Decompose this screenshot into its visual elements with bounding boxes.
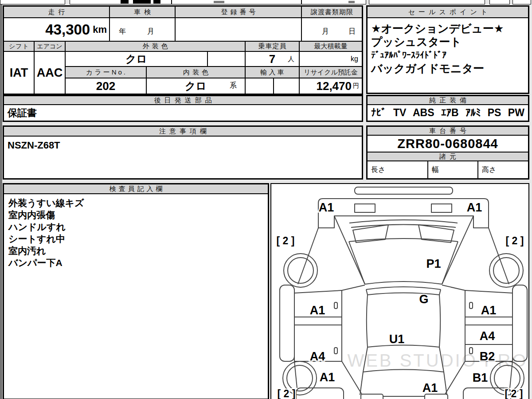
equipment-header: 純正装備 xyxy=(367,96,528,105)
damage-code-label: A1 xyxy=(310,304,325,317)
pillar-joint xyxy=(439,289,441,295)
wheel-front-right xyxy=(489,254,523,287)
mileage-unit: km xyxy=(93,24,107,35)
clipped-text-fragment xyxy=(133,0,151,4)
inspection-value-cell: 年 月 xyxy=(110,18,175,41)
inspector-note-line: 室内汚れ xyxy=(8,245,263,257)
chassis-value: ZRR80-0680844 xyxy=(367,135,528,152)
damage-code-label: A1 xyxy=(319,201,334,214)
notes-value: NSZN-Z68T xyxy=(4,136,362,179)
interior-color-suffix: 系 xyxy=(230,81,237,90)
mileage-header: 走行 xyxy=(4,6,110,18)
windshield-base xyxy=(365,282,442,284)
max-load-value-cell: kg xyxy=(299,51,362,66)
top-strip-cell xyxy=(489,0,510,4)
sales-points-body: ★オークションデビュー★ プッシュスタート ﾃﾞｭｱﾙﾊﾟﾜｰｽﾗｲﾄﾞﾄﾞｱ … xyxy=(367,18,528,93)
inspector-header: 検査員記入欄 xyxy=(4,184,268,194)
exterior-color-extra-cell xyxy=(207,51,245,66)
transfer-day-suffix: 日 xyxy=(348,27,356,36)
hood-side xyxy=(442,242,458,284)
mileage-value: 43,300 xyxy=(45,21,90,38)
inspector-note-line: バンパー下A xyxy=(8,257,263,269)
front-panel xyxy=(318,199,489,228)
transfer-deadline-value-cell: 月 日 xyxy=(301,18,362,41)
transfer-deadline-header: 譲渡書類期限 xyxy=(301,6,362,18)
capacity-value: 7 xyxy=(269,52,275,66)
damage-code-label: P1 xyxy=(426,257,441,270)
damage-diagram-svg: WEB STUDIO PRO xyxy=(271,184,528,399)
inspector-note-line: 外装うすい線キズ xyxy=(8,197,263,209)
damage-code-label: B1 xyxy=(473,371,488,384)
dimensions-header: 諸元 xyxy=(367,152,528,161)
clipped-text-fragment xyxy=(214,1,224,3)
height-cell: 高さ xyxy=(478,161,528,179)
top-strip-cell xyxy=(172,0,301,4)
door-handle xyxy=(334,348,337,354)
side-sill-right xyxy=(512,285,527,361)
sales-point-line: プッシュスタート xyxy=(371,35,524,48)
color-no-header: カラーNo. xyxy=(65,66,146,78)
damage-code-label: [ 2 ] xyxy=(506,235,524,246)
damage-code-label: A4 xyxy=(480,329,495,343)
max-load-header: 最大積載量 xyxy=(299,41,362,51)
later-parts-header: 後日発送部品 xyxy=(4,96,362,105)
rear-bumper-corner-right xyxy=(463,388,511,399)
side-sill-left xyxy=(280,285,294,361)
roof-side xyxy=(439,295,440,347)
clipped-text-fragment xyxy=(153,0,160,4)
recycle-deposit-value-cell: 12,470 円 xyxy=(299,78,362,94)
exterior-color-value: クロ xyxy=(65,51,207,66)
top-strip-cell xyxy=(369,0,485,4)
damage-code-label: A1 xyxy=(481,304,497,317)
registration-no-value-cell xyxy=(175,18,301,41)
inspection-header: 車検 xyxy=(110,6,175,18)
shift-header: シフト xyxy=(4,41,34,51)
aircon-header: エアコン xyxy=(34,41,65,51)
recycle-deposit-value: 12,470 xyxy=(316,79,352,93)
top-strip-cell xyxy=(512,0,531,4)
door-handle xyxy=(334,302,337,309)
belt-line-left xyxy=(342,285,365,290)
inspector-note-line: 室内内張傷 xyxy=(8,209,263,221)
transfer-month-suffix: 月 xyxy=(322,27,329,36)
damage-code-label: [ 2 ] xyxy=(505,388,523,399)
rear-bumper-corner-left xyxy=(296,388,344,399)
top-strip-cell xyxy=(0,0,65,4)
import-header: 輸入車 xyxy=(245,66,299,78)
cowl-line xyxy=(349,220,458,223)
interior-color-value-cell: クロ 系 xyxy=(146,78,245,94)
damage-code-label: A1 xyxy=(467,201,482,214)
inspection-year-suffix: 年 xyxy=(119,27,126,36)
door-handle xyxy=(469,302,473,309)
import-extra-cell xyxy=(274,78,299,94)
damage-code-label: B2 xyxy=(480,350,495,363)
damage-code-label: A4 xyxy=(310,350,325,363)
scan-edge xyxy=(0,0,2,399)
damage-code-label: G xyxy=(419,293,428,306)
inspector-body: 外装うすい線キズ 室内内張傷 ハンドルすれ シートすれ中 室内汚れ バンパー下A xyxy=(4,194,268,399)
inspector-note-line: シートすれ中 xyxy=(8,233,263,245)
wheel-front-left xyxy=(284,254,317,287)
interior-color-value: クロ xyxy=(185,79,207,93)
capacity-header: 乗車定員 xyxy=(245,41,299,51)
inspector-note-line: ハンドルすれ xyxy=(8,221,263,233)
interior-color-header: 内装色 xyxy=(146,66,245,78)
color-no-value: 202 xyxy=(65,78,146,94)
fender-line-left xyxy=(298,228,318,284)
mileage-value-cell: 43,300 km xyxy=(4,18,110,41)
width-cell: 幅 xyxy=(428,161,478,179)
length-cell: 長さ xyxy=(367,161,428,179)
wheel-rear-left-inner xyxy=(287,365,313,391)
recycle-deposit-header: リサイクル預託金 xyxy=(299,66,362,78)
sales-point-line: ﾃﾞｭｱﾙﾊﾟﾜｰｽﾗｲﾄﾞﾄﾞｱ xyxy=(371,48,524,62)
damage-code-label: A1 xyxy=(320,371,335,384)
pillar-joint xyxy=(366,289,368,295)
chassis-header: 車台番号 xyxy=(367,126,528,135)
headlight-left xyxy=(355,204,375,212)
top-strip-cell xyxy=(301,0,366,4)
windshield-base xyxy=(366,287,441,289)
belt-line-right xyxy=(442,285,465,290)
cowl-line xyxy=(351,225,456,228)
inspection-month-suffix: 月 xyxy=(147,27,154,36)
diagram-panel: WEB STUDIO PRO xyxy=(271,184,528,399)
